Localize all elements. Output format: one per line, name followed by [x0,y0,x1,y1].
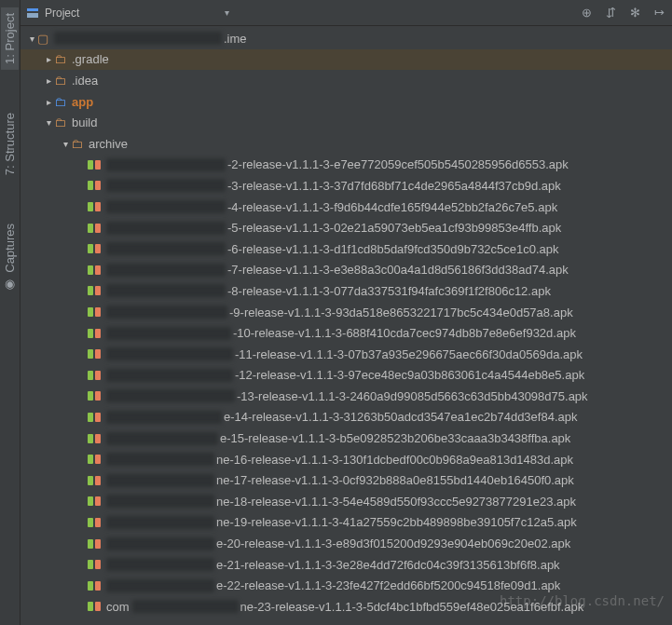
redacted-text [106,411,222,424]
chevron-right-icon[interactable]: ▸ [43,75,54,86]
tree-file-apk[interactable]: -9-release-v1.1.1-3-93da518e8653221717bc… [21,302,672,323]
collapse-icon[interactable]: ⇵ [603,6,618,20]
apk-icon [88,284,101,297]
root-name-suffix: .ime [224,32,247,46]
apk-icon [88,558,101,571]
chevron-right-icon[interactable]: ▸ [43,97,54,107]
folder-icon: 🗀 [54,52,66,66]
folder-label: build [72,115,97,129]
redacted-text [54,32,222,45]
apk-icon [88,158,101,171]
folder-icon: 🗀 [54,115,66,129]
redacted-text [106,179,226,192]
hide-icon[interactable]: ↦ [651,6,666,20]
apk-icon [88,222,101,235]
apk-icon [88,389,101,402]
file-label: ne-17-release-v1.1.1-3-0cf932b888a0e8155… [216,473,574,487]
project-tree[interactable]: ▾ ▢ .ime ▸ 🗀 .gradle ▸ 🗀 .idea [21,26,672,625]
apk-icon [88,306,101,319]
tree-file-apk[interactable]: comne-23-release-v1.1.1-3-5dcf4bc1bfbd55… [21,596,672,618]
module-icon: ▢ [37,32,48,46]
redacted-text [132,600,239,613]
panel-header: Project ▾ ⊕ ⇵ ✻ ↦ [21,0,672,26]
file-label: -7-release-v1.1.1-3-e3e88a3c00a4a1d8d561… [227,263,569,277]
project-view-icon [26,7,39,20]
file-label: e-14-release-v1.1.1-3-31263b50adcd3547ea… [224,410,577,424]
tree-file-apk[interactable]: -11-release-v1.1.1-3-07b37a935e296675aec… [21,344,672,365]
redacted-text [106,474,214,487]
file-label: ne-23-release-v1.1.1-3-5dcf4bc1bfbd559ef… [240,600,584,614]
apk-icon [88,200,101,213]
file-label: -8-release-v1.1.1-3-077da337531f94fafc36… [227,284,551,298]
tree-file-apk[interactable]: -8-release-v1.1.1-3-077da337531f94fafc36… [21,280,672,302]
redacted-text [106,306,227,319]
chevron-right-icon[interactable]: ▸ [43,54,54,64]
tree-file-apk[interactable]: -2-release-v1.1.1-3-e7ee772059cef505b545… [21,155,672,176]
chevron-down-icon[interactable]: ▾ [60,139,71,149]
redacted-text [106,242,226,255]
folder-icon: 🗀 [71,137,83,151]
tree-file-apk[interactable]: -3-release-v1.1.1-3-37d7fd68bf71c4de2965… [21,175,672,197]
tree-folder-build[interactable]: ▾ 🗀 build [21,112,672,133]
folder-label: archive [89,137,128,151]
apk-icon [88,474,101,487]
tree-file-apk[interactable]: -6-release-v1.1.1-3-d1f1cd8b5daf9fcd350d… [21,238,672,260]
file-label: -3-release-v1.1.1-3-37d7fd68bf71c4de2965… [227,179,561,193]
tree-file-apk[interactable]: e-14-release-v1.1.1-3-31263b50adcd3547ea… [21,407,672,428]
file-label: e-20-release-v1.1.1-3-e89d3f015200d9293e… [216,537,570,550]
camera-icon: ◉ [5,277,15,291]
tree-file-apk[interactable]: -4-release-v1.1.1-3-f9d6b44cdfe165f944e5… [21,197,672,218]
redacted-text [106,495,214,508]
file-prefix: com [106,600,130,614]
tree-file-apk[interactable]: e-20-release-v1.1.1-3-e89d3f015200d9293e… [21,533,672,554]
redacted-text [106,453,214,466]
svg-rect-1 [27,13,38,18]
tree-folder-gradle[interactable]: ▸ 🗀 .gradle [21,49,672,71]
folder-label: app [72,95,93,109]
redacted-text [106,347,233,360]
tree-file-apk[interactable]: -10-release-v1.1.1-3-688f410cda7cec974db… [21,322,672,344]
apk-icon [88,347,101,360]
tree-file-apk[interactable]: -7-release-v1.1.1-3-e3e88a3c00a4a1d8d561… [21,260,672,281]
tree-file-apk[interactable]: ne-19-release-v1.1.1-3-41a27559c2bb48989… [21,512,672,534]
tree-folder-archive[interactable]: ▾ 🗀 archive [21,133,672,155]
chevron-down-icon[interactable]: ▾ [225,7,229,18]
tree-file-apk[interactable]: -5-release-v1.1.1-3-02e21a59073eb5ea1cf9… [21,217,672,238]
file-label: e-21-release-v1.1.1-3-3e28e4dd72f6dc04c3… [216,558,560,572]
tree-folder-app[interactable]: ▸ 🗀 app [21,91,672,113]
redacted-text [106,200,226,213]
gutter-tab-structure[interactable]: 7: Structure [1,107,19,181]
tree-root[interactable]: ▾ ▢ .ime [21,28,672,49]
panel-title[interactable]: Project ▾ [26,7,579,20]
file-label: e-22-release-v1.1.1-3-23fe427f2edd66bf52… [216,578,560,592]
tree-file-apk[interactable]: ne-17-release-v1.1.1-3-0cf932b888a0e8155… [21,469,672,491]
gutter-tab-captures[interactable]: ◉ Captures [1,218,19,296]
tree-folder-idea[interactable]: ▸ 🗀 .idea [21,70,672,91]
tree-file-apk[interactable]: e-21-release-v1.1.1-3-3e28e4dd72f6dc04c3… [21,554,672,576]
file-label: -12-release-v1.1.1-3-97ece48ec9a03b86306… [235,368,584,382]
apk-icon [88,432,101,445]
target-icon[interactable]: ⊕ [579,6,594,20]
redacted-text [106,432,218,445]
file-label: -2-release-v1.1.1-3-e7ee772059cef505b545… [227,157,569,171]
tree-file-apk[interactable]: ne-18-release-v1.1.1-3-54e4589d550f93ccc… [21,491,672,512]
tree-file-apk[interactable]: e-22-release-v1.1.1-3-23fe427f2edd66bf52… [21,575,672,596]
gear-icon[interactable]: ✻ [627,6,642,20]
redacted-text [106,369,233,382]
apk-icon [88,495,101,508]
redacted-text [106,284,226,297]
chevron-down-icon[interactable]: ▾ [26,34,37,44]
tree-file-apk[interactable]: ne-16-release-v1.1.1-3-130f1dcbedf00c0b9… [21,449,672,470]
tree-file-apk[interactable]: e-15-release-v1.1.1-3-b5e0928523b206be33… [21,428,672,449]
file-label: -13-release-v1.1.1-3-2460a9d99085d5663c6… [237,389,588,403]
chevron-down-icon[interactable]: ▾ [43,117,54,128]
apk-icon [88,369,101,382]
svg-rect-0 [27,8,38,11]
gutter-tab-structure-label: 7: Structure [3,113,17,175]
tree-file-apk[interactable]: -12-release-v1.1.1-3-97ece48ec9a03b86306… [21,365,672,387]
tree-file-apk[interactable]: -13-release-v1.1.1-3-2460a9d99085d5663c6… [21,386,672,407]
file-label: ne-18-release-v1.1.1-3-54e4589d550f93ccc… [216,495,576,509]
gutter-tab-project[interactable]: 1: Project [1,7,19,70]
redacted-text [106,579,214,592]
file-label: ne-16-release-v1.1.1-3-130f1dcbedf00c0b9… [216,453,573,467]
